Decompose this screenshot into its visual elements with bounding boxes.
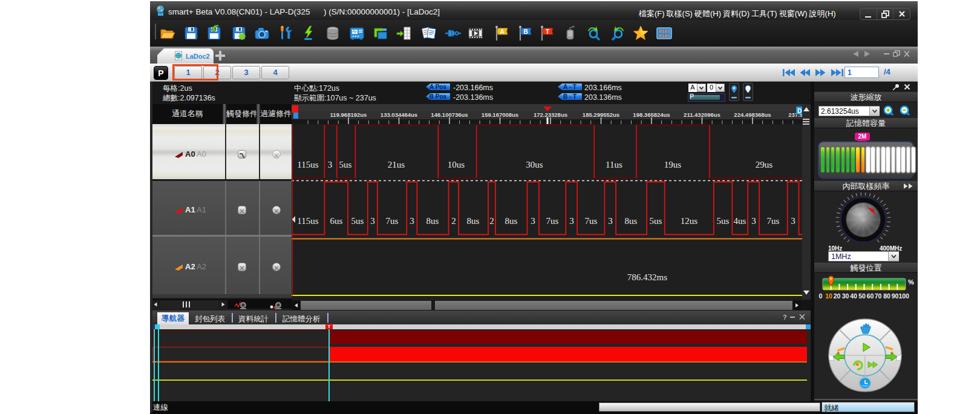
svg-text:3: 3 xyxy=(569,216,574,226)
svg-text:19us: 19us xyxy=(664,160,682,169)
svg-text:3: 3 xyxy=(410,216,414,226)
svg-text:7us: 7us xyxy=(386,216,399,226)
svg-text:8us: 8us xyxy=(426,216,439,226)
svg-text:133.034464us: 133.034464us xyxy=(381,111,417,118)
svg-text:A: A xyxy=(500,28,504,35)
svg-text:211.432096us: 211.432096us xyxy=(684,111,720,118)
svg-text:3: 3 xyxy=(751,216,756,226)
svg-text:%: % xyxy=(908,278,914,286)
svg-text:8us: 8us xyxy=(467,216,480,226)
svg-text:29us: 29us xyxy=(756,160,773,169)
svg-text:198.365824us: 198.365824us xyxy=(633,111,670,118)
svg-text:30us: 30us xyxy=(526,160,543,169)
svg-text:B: B xyxy=(523,28,528,35)
svg-text:10us: 10us xyxy=(448,160,465,169)
svg-text:115us: 115us xyxy=(297,216,318,226)
svg-text:3: 3 xyxy=(328,160,333,169)
svg-text:5us: 5us xyxy=(717,216,730,226)
svg-text:7us: 7us xyxy=(546,216,559,226)
svg-text:159.167008us: 159.167008us xyxy=(482,111,518,118)
svg-text:3: 3 xyxy=(531,216,535,226)
svg-text:2: 2 xyxy=(451,216,456,226)
svg-text:0101: 0101 xyxy=(658,33,670,39)
svg-text:3: 3 xyxy=(791,216,795,226)
svg-text:172.23328us: 172.23328us xyxy=(534,111,567,118)
svg-text:7us: 7us xyxy=(767,216,780,226)
svg-text:6us: 6us xyxy=(330,216,343,226)
svg-text:5us: 5us xyxy=(650,216,662,226)
svg-text:11us: 11us xyxy=(606,160,622,169)
svg-text:786.432ms: 786.432ms xyxy=(627,272,667,282)
svg-text:5us: 5us xyxy=(351,216,364,226)
svg-text:21us: 21us xyxy=(388,160,405,169)
svg-text:115us: 115us xyxy=(297,160,318,169)
svg-text:2: 2 xyxy=(489,216,494,226)
svg-text:8us: 8us xyxy=(505,216,518,226)
svg-text:5us: 5us xyxy=(339,160,352,169)
svg-text:T: T xyxy=(546,28,549,35)
svg-text:185.299552us: 185.299552us xyxy=(583,111,619,118)
svg-text:12us: 12us xyxy=(681,216,698,226)
svg-text:4us: 4us xyxy=(734,216,746,226)
svg-text:224.498368us: 224.498368us xyxy=(734,111,771,118)
svg-text:146.100736us: 146.100736us xyxy=(431,111,468,118)
svg-text:119.968192us: 119.968192us xyxy=(330,111,367,118)
svg-text:8us: 8us xyxy=(625,216,638,226)
svg-text:3: 3 xyxy=(370,216,375,226)
svg-text:D: D xyxy=(797,108,802,114)
svg-text:7us: 7us xyxy=(585,216,598,226)
svg-text:3: 3 xyxy=(608,216,613,226)
